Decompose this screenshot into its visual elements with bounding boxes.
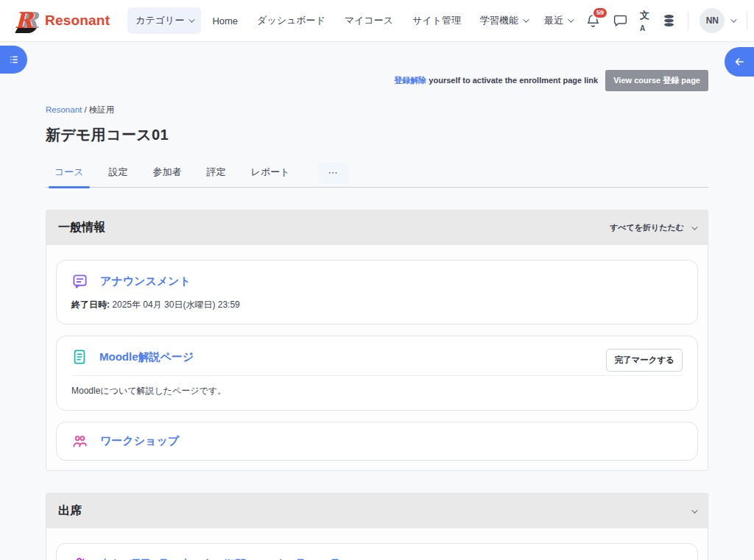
chevron-down-icon [568, 16, 574, 22]
activity-link-page[interactable]: Moodle解説ページ [99, 350, 194, 364]
section-title: 一般情報 [58, 220, 105, 235]
chat-icon [613, 13, 628, 29]
avatar: NN [700, 8, 725, 33]
activity-link-announcement[interactable]: アナウンスメント [100, 274, 191, 288]
course-tabs: コース 設定 参加者 評定 レポート ⋯ [46, 160, 708, 188]
page-title: 新デモ用コース01 [46, 125, 708, 145]
tab-reports[interactable]: レポート [242, 160, 299, 187]
notification-bell-button[interactable]: 59 [585, 13, 601, 29]
chevron-down-icon [523, 16, 529, 22]
enrollment-banner: 登録解除 yourself to activate the enrollment… [46, 70, 708, 91]
section-attendance: 出席 出欠 (曜日: 月、水、金、期間: 2025年5月〜12月 [46, 493, 708, 560]
divider [747, 11, 747, 30]
section-general-body: アナウンスメント 終了日時: 2025年 04月 30日(水曜日) 23:59 … [46, 245, 708, 470]
recent-dropdown[interactable]: 最近 [543, 10, 574, 32]
tab-course[interactable]: コース [46, 160, 93, 187]
navbar-right-cluster: 最近 59 文A NN [543, 8, 754, 33]
view-course-enrol-page-button[interactable]: View course 登録 page [605, 70, 708, 91]
brand-logo[interactable]: RR Resonant [15, 9, 110, 32]
chevron-down-icon [691, 507, 697, 513]
messages-button[interactable] [613, 13, 628, 29]
activity-description: Moodleについて解説したページです。 [71, 385, 683, 397]
open-block-drawer-button[interactable] [725, 47, 754, 77]
breadcrumb-current: 検証用 [89, 105, 115, 114]
arrow-left-icon [733, 55, 746, 68]
chevron-down-icon [189, 16, 195, 22]
nav-item-site-admin[interactable]: サイト管理 [404, 7, 469, 34]
language-icon: 文A [640, 9, 650, 33]
user-menu[interactable]: NN [700, 8, 735, 33]
section-general: 一般情報 すべてを折りたたむ アナウンスメント 終了日時: 2025年 04月 … [46, 210, 708, 471]
activity-card-announcement: アナウンスメント 終了日時: 2025年 04月 30日(水曜日) 23:59 [56, 260, 698, 325]
notification-count-badge: 59 [592, 7, 608, 19]
activity-card-workshop: ワークショップ [56, 422, 698, 461]
chevron-down-icon [731, 16, 737, 22]
announcement-icon [71, 273, 88, 290]
workshop-icon [71, 433, 88, 450]
chevron-down-icon [691, 224, 697, 230]
tab-more[interactable]: ⋯ [318, 163, 349, 184]
language-menu-button[interactable]: 文A [640, 9, 650, 33]
activity-card-page: 完了マークする Moodle解説ページ Moodleについて解説したページです。 [56, 336, 698, 411]
resonant-logo-icon: RR [15, 9, 40, 32]
enrollment-banner-text: 登録解除 yourself to activate the enrollment… [394, 75, 598, 86]
tab-grades[interactable]: 評定 [198, 160, 235, 187]
tab-participants[interactable]: 参加者 [144, 160, 191, 187]
nav-item-learning-functions[interactable]: 学習機能 [472, 7, 535, 34]
brand-name: Resonant [45, 13, 110, 29]
collapse-section-control[interactable] [691, 509, 696, 514]
mark-complete-button[interactable]: 完了マークする [606, 349, 683, 372]
deadline-text: 終了日時: 2025年 04月 30日(水曜日) 23:59 [71, 299, 683, 311]
nav-item-categories[interactable]: カテゴリー [127, 7, 201, 34]
unenrol-link[interactable]: 登録解除 [394, 76, 426, 85]
attendance-icon [71, 556, 88, 560]
list-menu-icon [7, 53, 21, 66]
activity-link-workshop[interactable]: ワークショップ [100, 434, 179, 448]
collapse-all-control[interactable]: すべてを折りたたむ [610, 222, 696, 233]
divider [71, 375, 683, 376]
database-icon [662, 13, 676, 28]
primary-nav: カテゴリー Home ダッシュボード マイコース サイト管理 学習機能 [127, 7, 535, 34]
tab-settings[interactable]: 設定 [100, 160, 137, 187]
activity-card-attendance: 出欠 (曜日: 月、水、金、期間: 2025年5月〜12月) 出欠を行ってくださ… [56, 543, 698, 560]
breadcrumb-root-link[interactable]: Resonant [46, 105, 82, 114]
open-course-index-button[interactable] [0, 46, 27, 74]
section-attendance-header[interactable]: 出席 [46, 494, 708, 528]
main-content: 登録解除 yourself to activate the enrollment… [46, 42, 708, 560]
section-attendance-body: 出欠 (曜日: 月、水、金、期間: 2025年5月〜12月) 出欠を行ってくださ… [46, 528, 708, 560]
page-icon [71, 349, 88, 365]
divider [688, 11, 688, 30]
top-navbar: RR Resonant カテゴリー Home ダッシュボード マイコース サイト… [0, 0, 754, 42]
plugin-stack-button[interactable] [662, 13, 676, 28]
nav-item-my-courses[interactable]: マイコース [337, 7, 401, 34]
section-title: 出席 [58, 503, 82, 519]
breadcrumb: Resonant / 検証用 [46, 104, 708, 116]
nav-item-dashboard[interactable]: ダッシュボード [249, 7, 334, 34]
nav-item-home[interactable]: Home [204, 9, 246, 33]
section-general-header[interactable]: 一般情報 すべてを折りたたむ [46, 210, 708, 245]
